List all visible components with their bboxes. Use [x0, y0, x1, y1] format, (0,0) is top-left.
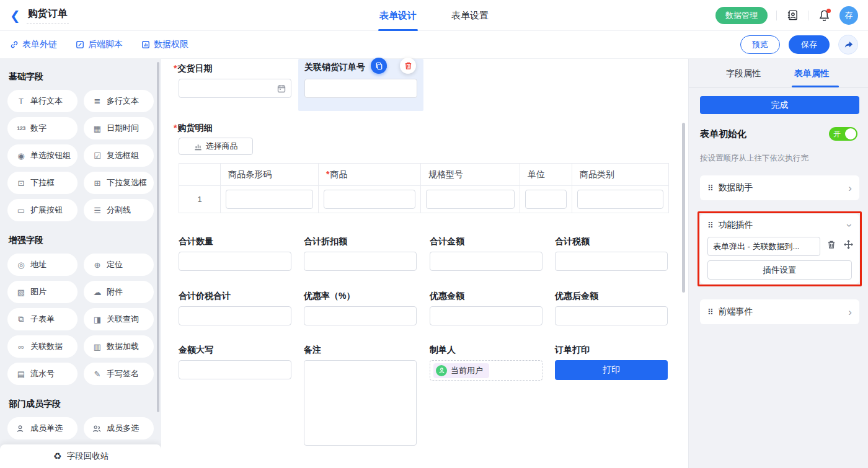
field-item-linked-data[interactable]: ∞关联数据 [7, 335, 78, 358]
total-tax-input[interactable] [555, 252, 668, 271]
card-front-event[interactable]: ⠿ 前端事件 › [700, 299, 859, 324]
signature-icon: ✎ [92, 369, 102, 379]
canvas-scrollbar[interactable] [682, 123, 685, 293]
field-label-order-print: 订单打印 [555, 345, 590, 356]
section-title-basic-fields: 基础字段 [9, 71, 154, 82]
field-item-location[interactable]: ⊕定位 [84, 254, 154, 276]
tab-form-settings[interactable]: 表单设置 [451, 0, 489, 31]
field-item-checkbox-group[interactable]: ☑复选框组 [84, 144, 154, 167]
section-title-enhanced-fields: 增强字段 [9, 235, 154, 246]
tab-field-properties[interactable]: 字段属性 [726, 68, 761, 79]
plugin-delete-button[interactable] [827, 240, 836, 249]
form-init-toggle[interactable]: 开 [829, 127, 857, 141]
contact-book-icon[interactable] [786, 9, 799, 22]
properties-panel: 字段属性 表单属性 完成 表单初始化 开 按设置顺序从上往下依次执行完 ⠿ 数据… [688, 59, 868, 468]
unit-input[interactable] [525, 190, 567, 209]
field-item-number[interactable]: 123数字 [7, 117, 78, 139]
field-recycle-bin-button[interactable]: ♻ 字段回收站 [0, 444, 161, 468]
data-permission-button[interactable]: 数据权限 [141, 39, 188, 50]
save-button[interactable]: 保存 [789, 35, 830, 54]
card-function-plugin: ⠿ 功能插件 › 表单弹出 - 关联数据到... 插件设置 [700, 214, 859, 284]
field-label-total-amount: 合计金额 [430, 236, 464, 247]
field-item-dropdown-multi[interactable]: ⊞下拉复选框 [84, 172, 154, 194]
column-header-category: 商品类别 [572, 164, 669, 186]
field-item-linked-query[interactable]: ◨关联查询 [84, 308, 154, 330]
trash-icon [404, 61, 412, 70]
card-data-assistant[interactable]: ⠿ 数据助手 › [700, 175, 859, 200]
field-item-subform[interactable]: ⧉子表单 [7, 308, 78, 330]
field-item-address[interactable]: ◎地址 [7, 254, 78, 276]
location-icon: ⊕ [92, 260, 102, 270]
member-single-icon [16, 425, 26, 433]
dropdown-icon: ⊡ [16, 179, 26, 188]
form-title[interactable]: 购货订单 [27, 6, 69, 24]
related-order-input[interactable] [304, 79, 417, 98]
plugin-move-button[interactable] [844, 240, 853, 249]
user-avatar[interactable]: 存 [839, 6, 858, 25]
total-quantity-input[interactable] [179, 252, 291, 271]
chevron-right-icon: › [848, 307, 852, 317]
total-amount-input[interactable] [430, 252, 542, 271]
delete-field-button[interactable] [400, 58, 416, 74]
field-item-image[interactable]: ▧图片 [7, 281, 78, 303]
tab-form-properties[interactable]: 表单属性 [794, 68, 829, 79]
product-input[interactable] [324, 190, 415, 209]
linked-query-icon: ◨ [92, 315, 102, 324]
creator-field[interactable]: 当前用户 [430, 360, 542, 381]
share-button[interactable] [838, 35, 858, 55]
remark-textarea[interactable] [304, 360, 417, 446]
field-item-radio-group[interactable]: ◉单选按钮组 [7, 144, 78, 167]
plugin-settings-button[interactable]: 插件设置 [707, 260, 852, 280]
field-item-attachment[interactable]: ☁附件 [84, 281, 154, 303]
drag-handle-icon[interactable]: ⠿ [707, 221, 713, 230]
backend-script-button[interactable]: 后端脚本 [76, 39, 123, 50]
field-item-data-load[interactable]: ▥数据加载 [84, 335, 154, 358]
move-icon [844, 240, 853, 249]
sidebar-scrollbar[interactable] [157, 62, 159, 412]
print-button[interactable]: 打印 [555, 360, 668, 380]
done-button[interactable]: 完成 [700, 96, 859, 114]
field-label-related-order: 关联销货订单号 [304, 62, 365, 73]
form-canvas: *交货日期 关联销货订单号 *购货明细 [161, 59, 688, 468]
after-discount-input[interactable] [555, 306, 668, 325]
field-item-dropdown[interactable]: ⊡下拉框 [7, 172, 78, 194]
data-manage-button[interactable]: 数据管理 [715, 7, 768, 24]
field-item-signature[interactable]: ✎手写签名 [84, 363, 154, 385]
drag-handle-icon[interactable]: ⠿ [707, 183, 713, 193]
amount-words-input[interactable] [179, 360, 291, 379]
field-item-extended-button[interactable]: ▭扩展按钮 [7, 199, 78, 221]
plugin-select[interactable]: 表单弹出 - 关联数据到... [707, 237, 820, 256]
barcode-input[interactable] [226, 190, 313, 209]
field-item-member-single[interactable]: 成员单选 [7, 417, 78, 439]
select-product-button[interactable]: 选择商品 [179, 138, 253, 155]
field-library-sidebar: 基础字段 T单行文本 ≣多行文本 123数字 ▦日期时间 ◉单选按钮组 ☑复选框… [0, 59, 161, 468]
section-title-member-fields: 部门成员字段 [9, 399, 154, 410]
toggle-on-text: 开 [833, 129, 841, 139]
spec-input[interactable] [426, 190, 515, 209]
field-item-serial-number[interactable]: ▤流水号 [7, 363, 78, 385]
execution-order-hint: 按设置顺序从上往下依次执行完 [700, 153, 808, 164]
discount-rate-input[interactable] [304, 306, 417, 325]
field-item-multi-line-text[interactable]: ≣多行文本 [84, 90, 154, 112]
total-with-tax-input[interactable] [179, 306, 291, 325]
category-input[interactable] [577, 190, 663, 209]
preview-button[interactable]: 预览 [740, 35, 780, 54]
drag-handle-icon[interactable]: ⠿ [707, 307, 713, 317]
total-discount-input[interactable] [304, 252, 417, 271]
discount-amount-input[interactable] [430, 306, 542, 325]
notification-bell-icon[interactable] [817, 9, 831, 22]
field-item-member-multi[interactable]: 成员多选 [84, 417, 154, 439]
field-item-datetime[interactable]: ▦日期时间 [84, 117, 154, 139]
divider [689, 87, 868, 88]
plugin-card-header[interactable]: ⠿ 功能插件 › [707, 215, 852, 235]
field-item-divider[interactable]: ☰分割线 [84, 199, 154, 221]
top-header: ❮ 购货订单 表单设计 表单设置 数据管理 存 [0, 0, 868, 31]
external-link-button[interactable]: 表单外链 [10, 39, 57, 50]
delivery-date-input[interactable] [179, 79, 291, 98]
linked-data-icon: ∞ [16, 342, 26, 351]
tab-form-design[interactable]: 表单设计 [379, 0, 417, 31]
copy-field-button[interactable] [371, 58, 387, 74]
field-item-single-line-text[interactable]: T单行文本 [7, 90, 78, 112]
back-icon[interactable]: ❮ [10, 9, 20, 22]
subform-icon: ⧉ [16, 314, 26, 324]
